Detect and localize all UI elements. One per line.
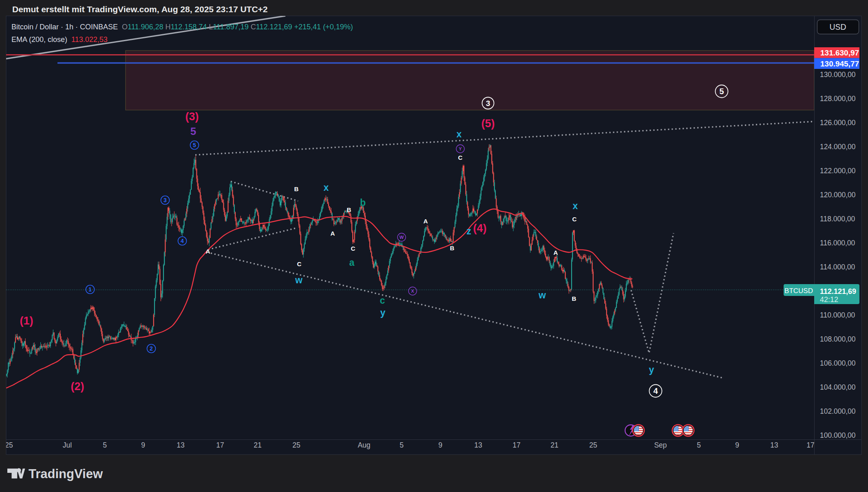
svg-text:5: 5 <box>400 441 404 449</box>
svg-text:130.000,00: 130.000,00 <box>820 71 856 79</box>
svg-text:TradingView: TradingView <box>29 467 103 481</box>
svg-text:C: C <box>572 216 577 223</box>
svg-text:25: 25 <box>589 441 597 449</box>
svg-text:3: 3 <box>486 99 490 108</box>
svg-text:1: 1 <box>88 286 92 293</box>
svg-text:5: 5 <box>190 125 196 137</box>
svg-text:116.000,00: 116.000,00 <box>820 239 855 247</box>
svg-text:A: A <box>331 230 335 237</box>
svg-text:3: 3 <box>163 197 167 203</box>
svg-text:Jul: Jul <box>63 441 72 449</box>
svg-text:A: A <box>206 248 210 255</box>
svg-text:Bitcoin / Dollar · 1h · COINBA: Bitcoin / Dollar · 1h · COINBASE O111.90… <box>11 23 353 31</box>
svg-text:Demut erstellt mit TradingView: Demut erstellt mit TradingView.com, Aug … <box>12 4 268 14</box>
svg-text:114.000,00: 114.000,00 <box>820 263 855 271</box>
svg-text:a: a <box>349 257 355 268</box>
svg-text:112.121,69: 112.121,69 <box>820 287 856 296</box>
svg-text:B: B <box>347 206 351 213</box>
svg-text:9: 9 <box>735 441 739 449</box>
svg-text:USD: USD <box>829 22 846 31</box>
svg-text:A: A <box>424 218 428 225</box>
svg-text:17: 17 <box>512 441 520 449</box>
svg-text:B: B <box>572 295 576 302</box>
svg-text:5: 5 <box>719 87 724 96</box>
svg-text:13: 13 <box>770 441 778 449</box>
svg-text:21: 21 <box>254 441 261 449</box>
svg-text:17: 17 <box>216 441 224 449</box>
svg-text:102.000,00: 102.000,00 <box>820 407 856 415</box>
svg-text:(5): (5) <box>481 117 495 130</box>
svg-text:y: y <box>649 364 654 375</box>
svg-text:42:12: 42:12 <box>820 296 838 304</box>
svg-text:y: y <box>380 307 386 318</box>
svg-text:(1): (1) <box>20 315 33 327</box>
svg-text:(4): (4) <box>473 222 487 234</box>
svg-text:124.000,00: 124.000,00 <box>820 143 856 151</box>
svg-text:X: X <box>411 289 414 293</box>
svg-text:4: 4 <box>181 238 184 244</box>
svg-text:25: 25 <box>292 441 300 449</box>
svg-text:b: b <box>360 197 366 208</box>
svg-text:106.000,00: 106.000,00 <box>820 359 856 367</box>
svg-text:13: 13 <box>177 441 184 449</box>
svg-text:25: 25 <box>5 441 13 449</box>
svg-text:Y: Y <box>459 146 462 151</box>
svg-text:(2): (2) <box>71 380 84 393</box>
svg-text:(3): (3) <box>186 110 199 123</box>
svg-text:Sep: Sep <box>654 441 667 449</box>
svg-text:BTCUSD: BTCUSD <box>784 287 813 295</box>
svg-text:EMA (200, close) 113.022,53: EMA (200, close) 113.022,53 <box>11 35 108 44</box>
svg-text:C: C <box>351 245 356 252</box>
svg-text:21: 21 <box>550 441 558 449</box>
svg-text:W: W <box>400 235 404 240</box>
svg-text:110.000,00: 110.000,00 <box>820 311 855 319</box>
svg-text:9: 9 <box>438 441 442 449</box>
svg-text:c: c <box>380 295 385 306</box>
svg-text:Aug: Aug <box>358 441 370 449</box>
svg-text:5: 5 <box>193 142 196 148</box>
svg-text:w: w <box>538 290 546 300</box>
svg-text:122.000,00: 122.000,00 <box>820 167 856 175</box>
svg-text:131.630,97: 131.630,97 <box>820 49 859 57</box>
svg-text:104.000,00: 104.000,00 <box>820 383 856 391</box>
svg-text:B: B <box>450 245 455 252</box>
svg-text:z: z <box>466 226 471 236</box>
svg-text:130.945,77: 130.945,77 <box>820 60 859 68</box>
svg-text:C: C <box>297 260 302 267</box>
svg-text:9: 9 <box>141 441 145 449</box>
svg-text:C: C <box>458 154 463 161</box>
svg-text:4: 4 <box>653 386 658 395</box>
svg-text:118.000,00: 118.000,00 <box>820 215 855 223</box>
svg-text:A: A <box>554 249 558 256</box>
svg-text:2: 2 <box>150 345 153 352</box>
svg-text:100.000,00: 100.000,00 <box>820 431 856 439</box>
svg-text:w: w <box>295 275 303 285</box>
svg-text:128.000,00: 128.000,00 <box>820 95 856 103</box>
svg-text:108.000,00: 108.000,00 <box>820 335 856 343</box>
svg-text:x: x <box>457 129 462 139</box>
svg-text:B: B <box>294 185 299 192</box>
svg-text:5: 5 <box>697 441 701 449</box>
svg-text:5: 5 <box>103 441 107 449</box>
svg-text:x: x <box>573 201 578 211</box>
svg-text:13: 13 <box>474 441 482 449</box>
svg-text:17: 17 <box>806 441 814 449</box>
svg-text:126.000,00: 126.000,00 <box>820 119 856 127</box>
svg-text:120.000,00: 120.000,00 <box>820 191 856 199</box>
svg-text:x: x <box>324 182 329 193</box>
